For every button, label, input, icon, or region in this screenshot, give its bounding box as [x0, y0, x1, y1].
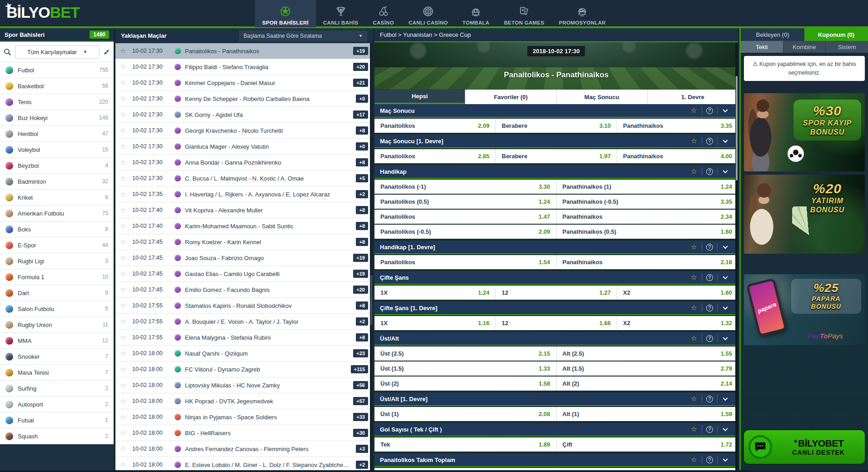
- sort-select[interactable]: Başlama Saatine Göre Sıralama ▼: [239, 30, 367, 41]
- help-icon[interactable]: ?: [702, 304, 717, 312]
- odds-cell-x2[interactable]: X21.32: [617, 316, 738, 330]
- sidebar-sport-formula-1[interactable]: Formula 110: [0, 269, 114, 285]
- odds-cell-alt-2[interactable]: Alt (2)2.14: [556, 377, 738, 391]
- odds-cell-1x[interactable]: 1X1.24: [374, 286, 495, 300]
- sidebar-sport-hentbol[interactable]: Hentbol47: [0, 126, 114, 142]
- chevron-down-icon[interactable]: [717, 167, 733, 176]
- favorite-star-icon[interactable]: ☆: [120, 317, 128, 326]
- match-row[interactable]: ☆10-02 17:30C. Bucsa / L. Malmqvist - N.…: [115, 171, 373, 186]
- favorite-star-icon[interactable]: ☆: [120, 333, 128, 341]
- odds-cell-panathinaikos-1[interactable]: Panathinaikos (1)1.24: [556, 180, 738, 194]
- favorite-star-icon[interactable]: ☆: [120, 126, 128, 135]
- odds-cell-panaitolikos[interactable]: Panaitolikos1.54: [374, 255, 556, 269]
- match-row[interactable]: ☆10-02 17:30Filippo Baldi - Stefano Trav…: [115, 59, 373, 75]
- odds-cell-berabere[interactable]: Berabere3.10: [495, 119, 617, 133]
- nav-item-promosyonlar[interactable]: PROMOSYONLAR: [552, 0, 613, 27]
- sidebar-sport-boks[interactable]: Boks8: [0, 221, 114, 237]
- coupon-tab-kuponum-0[interactable]: Kuponum (0): [804, 28, 868, 41]
- odds-cell-panathinaikos[interactable]: Panathinaikos2.34: [556, 210, 738, 224]
- breadcrumb[interactable]: Futbol > Yunanistan > Greece Cup: [374, 28, 738, 42]
- match-row[interactable]: ☆10-02 18:00BIG - HellRaisers+30: [115, 425, 373, 441]
- sidebar-sport-autosport[interactable]: Autosport2: [0, 397, 114, 412]
- sidebar-sport-beyzbol[interactable]: Beyzbol4: [0, 158, 114, 174]
- favorite-star-icon[interactable]: ☆: [120, 174, 128, 182]
- chevron-down-icon[interactable]: [717, 334, 733, 342]
- scrollbar-thumb[interactable]: [370, 275, 372, 325]
- help-icon[interactable]: ?: [702, 334, 717, 342]
- matches-filter-select[interactable]: Tüm Karşılaşmalar ▼: [15, 45, 100, 59]
- sidebar-sport-e-spor[interactable]: E-Spor44: [0, 237, 114, 253]
- odds-cell-panathinaikos[interactable]: Panathinaikos4.00: [617, 149, 738, 163]
- coupon-tab-bekleyen-0[interactable]: Bekleyen (0): [741, 28, 804, 41]
- odds-cell-st-1-5[interactable]: Üst (1.5)1.33: [374, 362, 556, 376]
- favorite-star-icon[interactable]: ☆: [686, 137, 702, 145]
- favorite-star-icon[interactable]: ☆: [120, 142, 128, 151]
- sidebar-sport-voleybol[interactable]: Voleybol15: [0, 142, 114, 158]
- favorite-star-icon[interactable]: ☆: [120, 270, 128, 278]
- tab-1-devre[interactable]: 1. Devre: [648, 90, 738, 104]
- favorite-star-icon[interactable]: ☆: [686, 456, 702, 464]
- odds-cell-st-1[interactable]: Üst (1)2.08: [374, 407, 556, 421]
- coupon-subtab-kombine[interactable]: Kombine: [783, 41, 826, 53]
- favorite-star-icon[interactable]: ☆: [120, 222, 128, 230]
- help-icon[interactable]: ?: [702, 106, 717, 115]
- help-icon[interactable]: ?: [702, 167, 717, 176]
- sidebar-sport-buz-hokeyi[interactable]: Buz Hokeyi149: [0, 110, 114, 126]
- market-header[interactable]: Üst/Alt [1. Devre]☆?: [374, 392, 738, 406]
- market-header[interactable]: Maç Sonucu [1. Devre]☆?: [374, 135, 738, 148]
- odds-cell-st-1-5[interactable]: Üst (1.5)2.28: [374, 468, 556, 470]
- search-icon[interactable]: [4, 48, 11, 56]
- favorite-star-icon[interactable]: ☆: [120, 349, 128, 357]
- favorite-star-icon[interactable]: ☆: [120, 238, 128, 246]
- market-header[interactable]: Handikap☆?: [374, 165, 738, 179]
- odds-cell-st-2[interactable]: Üst (2)1.58: [374, 377, 556, 391]
- favorite-star-icon[interactable]: ☆: [120, 413, 128, 421]
- match-row[interactable]: ☆10-02 18:00HK Poprad - DVTK Jegesmedvek…: [115, 393, 373, 409]
- match-row[interactable]: ☆10-02 17:30Kenny De Schepper - Roberto …: [115, 91, 373, 107]
- match-row[interactable]: ☆10-02 17:55A. Bouquier / E. Voisin - A.…: [115, 314, 373, 330]
- help-icon[interactable]: ?: [702, 137, 717, 145]
- sidebar-sport-rugbi-ligi[interactable]: Rugbi Ligi3: [0, 253, 114, 269]
- help-icon[interactable]: ?: [702, 395, 717, 403]
- match-list-scrollbar[interactable]: [370, 43, 373, 470]
- match-row[interactable]: ☆10-02 17:40Karim-Mohamed Maamoun - Sabi…: [115, 218, 373, 234]
- chevron-down-icon[interactable]: [717, 304, 733, 312]
- favorite-star-icon[interactable]: ☆: [120, 158, 128, 166]
- odds-cell-12[interactable]: 121.27: [495, 286, 617, 300]
- favorite-star-icon[interactable]: ☆: [120, 190, 128, 198]
- match-row[interactable]: ☆10-02 18:00Nasaf Qarshi - Qizilqum+23: [115, 346, 373, 362]
- match-row[interactable]: ☆10-02 17:30SK Gorny - Agidel Ufa+17: [115, 107, 373, 123]
- odds-cell-x2[interactable]: X21.60: [617, 286, 738, 300]
- markets-scrollbar[interactable]: [735, 43, 738, 470]
- favorite-star-icon[interactable]: ☆: [120, 397, 128, 405]
- help-icon[interactable]: ?: [702, 243, 717, 251]
- sidebar-sport-surfing[interactable]: Surfing2: [0, 381, 114, 397]
- chevron-down-icon[interactable]: [717, 243, 733, 251]
- favorite-star-icon[interactable]: ☆: [120, 79, 128, 87]
- odds-cell-tek[interactable]: Tek1.89: [374, 437, 556, 452]
- favorite-star-icon[interactable]: ☆: [120, 381, 128, 389]
- help-icon[interactable]: ?: [702, 273, 717, 281]
- odds-cell-panathinaikos-0-5[interactable]: Panathinaikos (-0.5)3.35: [556, 195, 738, 209]
- help-icon[interactable]: ?: [702, 456, 717, 464]
- favorite-star-icon[interactable]: ☆: [686, 243, 702, 251]
- match-row[interactable]: ☆10-02 17:45Romy Koelzer - Karin Kennel+…: [115, 234, 373, 250]
- odds-cell-panathinaikos[interactable]: Panathinaikos2.16: [556, 255, 738, 269]
- odds-cell-berabere[interactable]: Berabere1.97: [495, 149, 617, 163]
- match-row[interactable]: ☆10-02 17:55Elena Malygina - Stefania Ru…: [115, 330, 373, 346]
- odds-cell-panaitolikos[interactable]: Panaitolikos1.47: [374, 210, 556, 224]
- market-header[interactable]: Gol Sayısı ( Tek / Çift )☆?: [374, 423, 738, 437]
- nav-item-canli-bahi-s[interactable]: CANLI BAHİS: [316, 0, 365, 27]
- promo-banner-spor-kayip[interactable]: %30 SPOR KAYIP BONUSU: [744, 93, 865, 171]
- match-row[interactable]: ☆10-02 18:00Andres Fernandez Canovas - F…: [115, 441, 373, 457]
- chevron-down-icon[interactable]: [717, 425, 733, 433]
- favorite-star-icon[interactable]: ☆: [686, 304, 702, 312]
- site-logo[interactable]: ★BİLYOBET: [6, 4, 80, 21]
- promo-banner-yatirim[interactable]: %20 YATIRIM BONUSU: [744, 175, 865, 254]
- odds-cell-panathinaikos[interactable]: Panathinaikos3.35: [617, 119, 738, 133]
- favorite-star-icon[interactable]: ☆: [120, 47, 128, 55]
- match-row[interactable]: ☆10-02 17:45Emilio Gomez - Facundo Bagni…: [115, 282, 373, 298]
- match-row[interactable]: ☆10-02 17:30Gianluca Mager - Alexey Vatu…: [115, 139, 373, 155]
- favorite-star-icon[interactable]: ☆: [686, 334, 702, 342]
- sidebar-sport-squash[interactable]: Squash2: [0, 428, 114, 444]
